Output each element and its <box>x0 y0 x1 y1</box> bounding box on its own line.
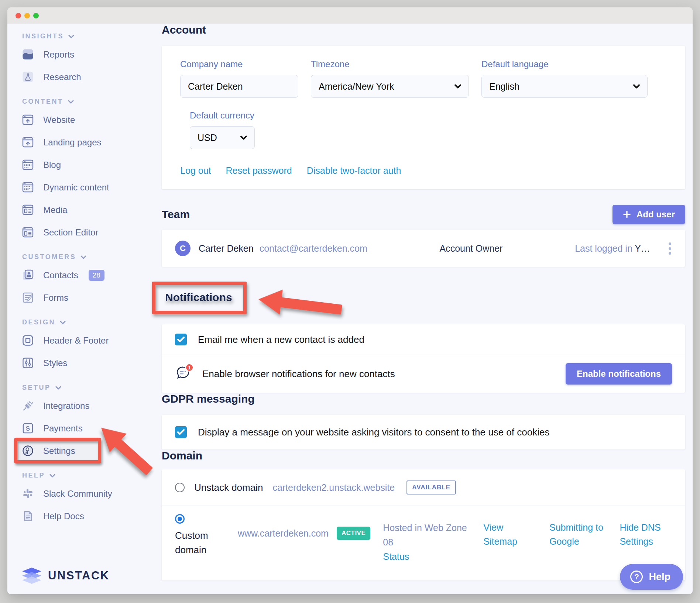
team-member-row: C Carter Deken contact@carterdeken.com A… <box>162 230 685 267</box>
disable-two-factor-link[interactable]: Disable two-factor auth <box>307 165 401 176</box>
email-notification-row: Email me when a new contact is added <box>162 324 685 355</box>
sidebar-item-research[interactable]: Research <box>22 66 132 88</box>
sidebar-item-label: Website <box>43 115 75 125</box>
unstack-logo-icon <box>22 568 41 584</box>
slack-icon <box>22 488 34 499</box>
default-language-select[interactable]: English <box>481 75 648 98</box>
team-header-row: Team Add user <box>162 205 685 224</box>
default-currency-select[interactable]: USD <box>190 126 255 149</box>
hosted-text: Hosted in Web Zone 08 <box>383 523 467 547</box>
timezone-field: Timezone America/New York <box>311 59 469 98</box>
sidebar-section-design[interactable]: DESIGN <box>22 318 132 326</box>
sidebar-item-website[interactable]: Website <box>22 108 132 131</box>
email-notification-checkbox[interactable] <box>175 334 187 345</box>
sidebar-item-section-editor[interactable]: Section Editor <box>22 221 132 244</box>
domain-card: Unstack domain carterdeken2.unstack.webs… <box>162 469 685 580</box>
sliders-icon <box>22 357 34 369</box>
arrow-shaft <box>279 297 342 314</box>
plug-icon <box>22 400 34 411</box>
contacts-count-badge: 28 <box>89 270 104 281</box>
sidebar-section-customers[interactable]: CUSTOMERS <box>22 253 132 261</box>
sidebar-item-label: Help Docs <box>43 511 84 521</box>
notifications-heading: Notifications <box>165 291 232 304</box>
custom-domain-link[interactable]: www.carterdeken.com <box>238 528 329 539</box>
hide-dns-settings-link[interactable]: Hide DNS Settings <box>620 521 672 548</box>
section-label: INSIGHTS <box>22 32 64 40</box>
sidebar-item-landing-pages[interactable]: Landing pages <box>22 131 132 154</box>
browser-upload-icon <box>22 114 34 125</box>
sidebar-section-content[interactable]: CONTENT <box>22 98 132 106</box>
arrow-head <box>257 287 283 314</box>
company-name-input[interactable] <box>180 75 298 98</box>
sidebar-item-blog[interactable]: Blog <box>22 154 132 176</box>
avatar: C <box>175 241 191 256</box>
unstack-logo[interactable]: UNSTACK <box>22 568 132 584</box>
sidebar-item-payments[interactable]: S Payments <box>22 417 132 440</box>
sidebar-section-insights[interactable]: INSIGHTS <box>22 32 132 40</box>
help-button[interactable]: ? Help <box>620 564 683 590</box>
wrench-icon <box>22 445 34 456</box>
account-fields-row: Company name Timezone America/New York D… <box>180 59 674 98</box>
reset-password-link[interactable]: Reset password <box>226 165 292 176</box>
sidebar-item-contacts[interactable]: Contacts 28 <box>22 264 132 286</box>
plus-icon <box>623 210 631 218</box>
last-login-prefix: Last logged in <box>575 243 635 254</box>
app-window: INSIGHTS Reports Research CONTENT <box>7 7 693 594</box>
view-sitemap-link[interactable]: View Sitemap <box>483 521 532 548</box>
sidebar-item-label: Header & Footer <box>43 335 109 346</box>
sidebar-item-media[interactable]: Media <box>22 199 132 221</box>
sidebar-item-help-docs[interactable]: Help Docs <box>22 505 132 527</box>
default-currency-label: Default currency <box>190 110 674 121</box>
sidebar-section-help[interactable]: HELP <box>22 472 132 479</box>
timezone-select[interactable]: America/New York <box>311 75 469 98</box>
zoom-window-button[interactable] <box>33 13 39 18</box>
minimize-window-button[interactable] <box>24 13 30 18</box>
gdpr-consent-checkbox[interactable] <box>175 426 187 438</box>
browser-upload-icon <box>22 137 34 148</box>
section-label: HELP <box>22 472 45 479</box>
custom-domain-option: Custom domain <box>175 514 238 557</box>
settings-page: Account Company name Timezone America/Ne… <box>132 24 693 594</box>
status-link[interactable]: Status <box>383 551 409 562</box>
sidebar: INSIGHTS Reports Research CONTENT <box>7 24 132 594</box>
chevron-down-icon <box>68 100 74 104</box>
sidebar-item-forms[interactable]: Forms <box>22 286 132 309</box>
enable-notifications-button[interactable]: Enable notifications <box>566 363 672 385</box>
notifications-heading-wrap: Notifications <box>162 282 685 318</box>
unstack-domain-link[interactable]: carterdeken2.unstack.website <box>272 482 395 493</box>
hosting-info: Hosted in Web Zone 08 Status <box>383 521 469 564</box>
sidebar-item-reports[interactable]: Reports <box>22 43 132 66</box>
member-email-link[interactable]: contact@carterdeken.com <box>260 243 367 254</box>
browser-notification-row: 1 Enable browser notifications for new c… <box>162 355 685 393</box>
browser-list-icon <box>22 204 34 216</box>
sidebar-item-header-footer[interactable]: Header & Footer <box>22 329 132 352</box>
question-mark-icon: ? <box>630 571 643 583</box>
chevron-down-icon <box>60 321 66 324</box>
member-role: Account Owner <box>440 243 503 254</box>
browser-notification-label: Enable browser notifications for new con… <box>202 368 566 380</box>
check-icon <box>177 429 185 435</box>
section-label: CONTENT <box>22 98 64 106</box>
sidebar-item-slack-community[interactable]: Slack Community <box>22 482 132 505</box>
default-language-label: Default language <box>481 59 648 69</box>
sidebar-item-integrations[interactable]: Integrations <box>22 394 132 417</box>
log-out-link[interactable]: Log out <box>180 165 211 176</box>
sidebar-section-setup[interactable]: SETUP <box>22 384 132 392</box>
notifications-annotation-arrow <box>257 287 343 322</box>
email-notification-label: Email me when a new contact is added <box>198 334 364 345</box>
sidebar-item-styles[interactable]: Styles <box>22 352 132 374</box>
custom-domain-radio[interactable] <box>175 514 185 524</box>
sidebar-item-label: Section Editor <box>43 227 98 238</box>
forms-icon <box>22 292 34 303</box>
add-user-button[interactable]: Add user <box>612 205 685 224</box>
sidebar-item-settings[interactable]: Settings <box>20 440 100 462</box>
unstack-domain-radio[interactable] <box>175 483 185 492</box>
member-overflow-menu-icon[interactable] <box>667 241 673 256</box>
submitting-to-google-link[interactable]: Submitting to Google <box>549 521 605 548</box>
flask-icon <box>22 71 34 83</box>
chevron-down-icon <box>68 35 74 38</box>
company-name-label: Company name <box>180 59 298 69</box>
sidebar-item-label: Reports <box>43 49 74 60</box>
close-window-button[interactable] <box>16 13 21 18</box>
sidebar-item-dynamic-content[interactable]: Dynamic content <box>22 176 132 199</box>
